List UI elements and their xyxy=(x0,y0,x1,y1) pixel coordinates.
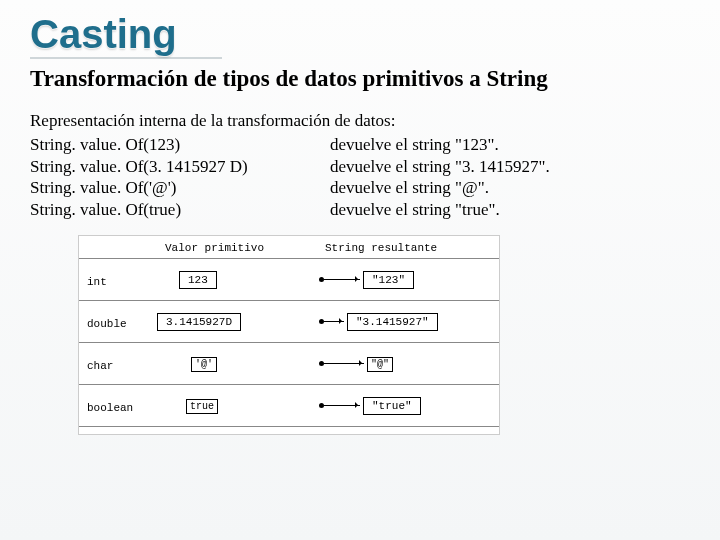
example-code: String. value. Of(true) xyxy=(30,199,330,221)
diagram-header-left: Valor primitivo xyxy=(165,242,264,254)
example-result: devuelve el string "true". xyxy=(330,199,690,221)
example-result: devuelve el string "@". xyxy=(330,177,690,199)
example-result: devuelve el string "123". xyxy=(330,134,690,156)
examples-block: String. value. Of(123) String. value. Of… xyxy=(30,134,690,221)
slide-title: Casting xyxy=(30,12,222,59)
slide-subtitle: Transformación de tipos de datos primiti… xyxy=(30,65,690,92)
example-result: devuelve el string "3. 1415927". xyxy=(330,156,690,178)
diagram-header-right: String resultante xyxy=(325,242,437,254)
example-code: String. value. Of(123) xyxy=(30,134,330,156)
intro-text: Representación interna de la transformac… xyxy=(30,110,690,132)
example-code: String. value. Of(3. 1415927 D) xyxy=(30,156,330,178)
conversion-diagram: Valor primitivo String resultante int 12… xyxy=(78,235,500,435)
example-code: String. value. Of('@') xyxy=(30,177,330,199)
